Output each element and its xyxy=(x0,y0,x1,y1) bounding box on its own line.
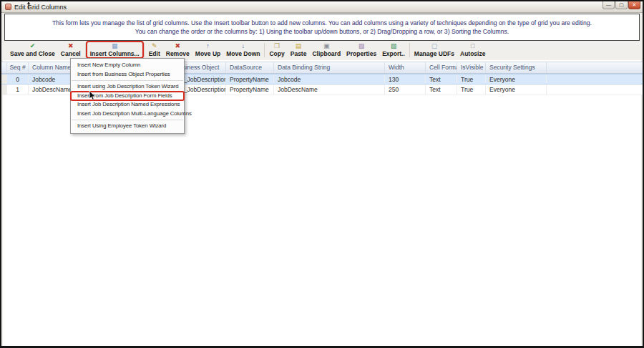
move-up-icon: ↑ xyxy=(206,42,210,50)
cell-data-binding-string: Jobcode xyxy=(274,74,385,84)
toolbar-separator xyxy=(409,43,410,57)
toolbar-button-autosize[interactable]: □Autosize xyxy=(457,42,488,58)
toolbar-button-export[interactable]: ▧Export.. xyxy=(379,42,408,58)
window-controls: —▢✕ xyxy=(602,1,640,9)
menu-separator xyxy=(72,80,183,81)
toolbar-label-manage-udfs: Manage UDFs xyxy=(414,50,454,58)
remove-icon: ✖ xyxy=(175,42,181,50)
menu-item-insert-new-empty-column[interactable]: Insert New Empty Column xyxy=(71,61,184,70)
export-icon: ▧ xyxy=(391,42,397,50)
toolbar-button-save-and-close[interactable]: ✔Save and Close xyxy=(7,42,58,58)
toolbar-button-cancel[interactable]: ✖Cancel xyxy=(58,42,84,58)
menu-item-insert-job-description-named-expressions[interactable]: Insert Job Description Named Expressions xyxy=(71,100,184,110)
toolbar-label-edit: Edit xyxy=(149,50,160,58)
cell-isvisible: True xyxy=(457,74,486,84)
cell-seq: 0 xyxy=(7,74,29,84)
minimize-icon: — xyxy=(606,2,611,7)
dialog-title: Edit Grid Columns xyxy=(14,4,67,11)
manage-udfs-icon: ▢ xyxy=(431,42,438,50)
toolbar-label-save-and-close: Save and Close xyxy=(10,50,55,58)
toolbar-button-copy[interactable]: ❐Copy xyxy=(266,42,287,58)
column-header-data-binding-string[interactable]: Data Binding String xyxy=(274,62,385,73)
toolbar-separator xyxy=(144,43,145,57)
cell-security-settings: Everyone xyxy=(486,74,547,84)
instruction-panel: This form lets you manage the list of gr… xyxy=(4,14,640,41)
maximize-icon: ▢ xyxy=(619,2,624,7)
cell-datasource: PropertyName xyxy=(226,74,274,84)
toolbar-label-move-up: Move Up xyxy=(195,50,220,58)
autosize-icon: □ xyxy=(471,42,474,50)
menu-item-insert-from-business-object-properties[interactable]: Insert from Business Object Properties xyxy=(71,70,184,79)
cell-isvisible: True xyxy=(457,84,486,95)
toolbar-button-move-up[interactable]: ↑Move Up xyxy=(192,42,223,58)
cell-security-settings: Everyone xyxy=(486,84,547,95)
toolbar-label-remove: Remove xyxy=(166,50,190,58)
toolbar-separator xyxy=(264,43,265,57)
column-header-security-settings[interactable]: Security Settings xyxy=(486,62,547,73)
titlebar[interactable]: Edit Grid Columns xyxy=(1,1,643,13)
toolbar-button-insert-columns[interactable]: ▦Insert Columns... xyxy=(87,42,142,58)
cell-seq: 1 xyxy=(7,84,29,95)
column-header-seq[interactable]: Seq # xyxy=(7,62,29,73)
toolbar-label-autosize: Autosize xyxy=(460,50,485,58)
menu-item-insert-using-job-description-token-wizard[interactable]: Insert using Job Description Token Wizar… xyxy=(71,82,184,92)
cell-cell-format: Text xyxy=(426,84,457,95)
menu-item-insert-from-job-description-form-fields[interactable]: Insert from Job Description Form Fields xyxy=(71,92,184,101)
toolbar-button-properties[interactable]: ▨Properties xyxy=(343,42,379,58)
toolbar-label-cancel: Cancel xyxy=(61,50,81,58)
toolbar-label-export: Export.. xyxy=(382,50,405,58)
cell-cell-format: Text xyxy=(426,74,457,84)
properties-icon: ▨ xyxy=(358,42,365,50)
toolbar-button-edit[interactable]: ✎Edit xyxy=(146,42,163,58)
toolbar-button-move-down[interactable]: ↓Move Down xyxy=(223,42,263,58)
close-button[interactable]: ✕ xyxy=(628,1,640,9)
row-indicator xyxy=(1,74,7,84)
save-check-icon: ✔ xyxy=(30,42,36,50)
column-header-isvisible[interactable]: IsVisible xyxy=(457,62,486,73)
cell-filler xyxy=(547,74,643,84)
toolbar-button-clipboard[interactable]: ▣Clipboard xyxy=(309,42,343,58)
maximize-button[interactable]: ▢ xyxy=(615,1,628,9)
edit-grid-columns-dialog: Edit Grid Columns —▢✕ This form lets you… xyxy=(0,0,644,348)
toolbar-label-paste: Paste xyxy=(291,50,307,58)
toolbar-separator xyxy=(85,43,86,57)
insert-columns-menu: Insert New Empty ColumnInsert from Busin… xyxy=(70,58,185,134)
cancel-icon: ✖ xyxy=(68,42,74,50)
column-header-datasource[interactable]: DataSource xyxy=(226,62,274,73)
cell-width: 130 xyxy=(385,74,426,84)
edit-pencil-icon: ✎ xyxy=(152,42,157,50)
cell-filler xyxy=(547,84,643,95)
copy-icon: ❐ xyxy=(274,42,280,50)
toolbar-label-insert-columns: Insert Columns... xyxy=(90,50,140,58)
dialog-icon xyxy=(5,4,11,10)
close-icon: ✕ xyxy=(633,2,637,7)
toolbar-label-clipboard: Clipboard xyxy=(312,50,341,58)
cell-datasource: PropertyName xyxy=(226,84,274,95)
menu-separator xyxy=(72,120,183,120)
toolbar-button-manage-udfs[interactable]: ▢Manage UDFs xyxy=(411,42,457,58)
row-indicator xyxy=(1,84,7,95)
cell-data-binding-string: JobDescName xyxy=(274,84,385,95)
clipboard-icon: ▣ xyxy=(323,42,330,50)
toolbar-label-copy: Copy xyxy=(269,50,284,58)
column-header-filler xyxy=(547,62,643,73)
menu-item-insert-using-employee-token-wizard[interactable]: Insert Using Employee Token Wizard xyxy=(71,122,184,131)
column-header-width[interactable]: Width xyxy=(385,62,426,73)
minimize-button[interactable]: — xyxy=(602,1,615,9)
column-header-cell-format[interactable]: Cell Format xyxy=(426,62,457,73)
insert-columns-icon: ▦ xyxy=(112,42,118,50)
paste-icon: ▤ xyxy=(296,42,302,50)
instruction-line-2: You can change the order or the columns … xyxy=(5,27,639,36)
move-down-icon: ↓ xyxy=(242,42,245,50)
toolbar-label-move-down: Move Down xyxy=(226,50,260,58)
menu-item-insert-job-description-multi-language-columns[interactable]: Insert Job Description Multi-Language Co… xyxy=(71,110,184,119)
annotation-highlight-menu-item xyxy=(70,91,185,102)
row-indicator-header xyxy=(1,62,7,73)
instruction-line-1: This form lets you manage the list of gr… xyxy=(5,19,639,27)
toolbar-button-paste[interactable]: ▤Paste xyxy=(288,42,310,58)
toolbar-button-remove[interactable]: ✖Remove xyxy=(163,42,192,58)
toolbar-label-properties: Properties xyxy=(346,50,376,58)
cell-width: 250 xyxy=(385,84,426,95)
